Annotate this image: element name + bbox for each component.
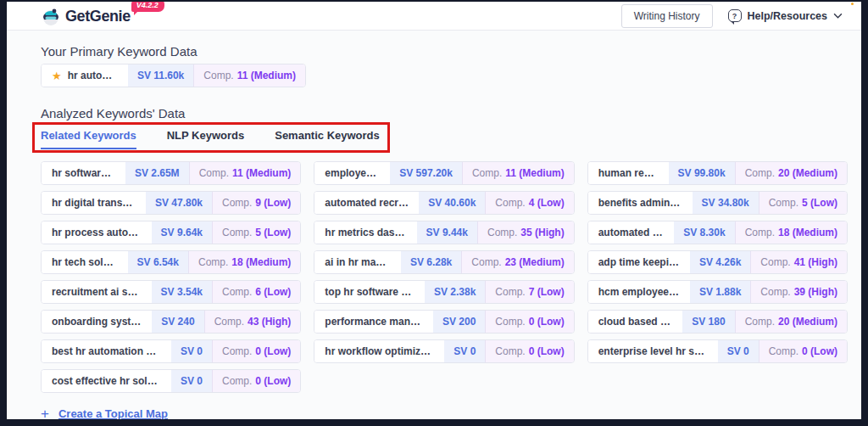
primary-keyword-comp-badge: Comp. 11 (Medium) [193, 64, 305, 87]
keyword-comp-badge: Comp. 6 (Low) [212, 281, 300, 303]
keyword-chip[interactable]: human resources software SV 99.80k Comp.… [587, 161, 848, 185]
keyword-text: top hr software companies [314, 281, 425, 303]
keyword-sv-badge: SV 0 [171, 340, 212, 362]
keyword-text: performance management software s... [314, 311, 433, 333]
keyword-text: enterprise level hr systems [588, 340, 718, 362]
keyword-comp-badge: Comp. 18 (Medium) [735, 221, 847, 244]
create-topical-map-link[interactable]: + Create a Topical Map [41, 406, 168, 419]
keyword-sv-badge: SV 2.65M [125, 162, 189, 184]
keyword-tabs-wrap: Related Keywords NLP Keywords Semantic K… [41, 124, 380, 149]
keyword-comp-badge: Comp. 0 (Low) [212, 370, 300, 392]
tab-related-keywords[interactable]: Related Keywords [41, 129, 136, 149]
main-content: Your Primary Keyword Data ★ hr automatio… [7, 44, 861, 419]
keyword-chip[interactable]: benefits administration software SV 34.8… [587, 191, 848, 215]
keyword-comp-badge: Comp. 20 (Medium) [735, 311, 847, 333]
version-badge: V4.2.2 [131, 2, 164, 12]
keyword-text: hcm employee self service [588, 281, 690, 303]
keyword-chip[interactable]: onboarding systems and software SV 240 C… [41, 310, 301, 334]
keyword-chip[interactable]: cost effective hr solutions for startups… [41, 369, 301, 393]
keyword-chip[interactable]: automated recruitment tools SV 40.60k Co… [314, 191, 574, 215]
keyword-text: automated payroll system [588, 221, 675, 244]
keyword-sv-badge: SV 0 [718, 340, 759, 362]
keyword-text: hr tech solutions [42, 251, 128, 273]
keyword-chip[interactable]: cloud based hr tools SV 180 Comp. 20 (Me… [587, 310, 848, 334]
keyword-chip[interactable]: hr process automation SV 9.64k Comp. 5 (… [41, 221, 301, 244]
keyword-comp-badge: Comp. 0 (Low) [485, 340, 573, 362]
keyword-sv-badge: SV 99.80k [669, 162, 735, 184]
keyword-sv-badge: SV 9.44k [417, 221, 477, 244]
keyword-sv-badge: SV 9.64k [152, 221, 212, 244]
keyword-comp-badge: Comp. 4 (Low) [485, 192, 573, 214]
keyword-chip[interactable]: performance management software s... SV … [314, 310, 574, 334]
keyword-chip[interactable]: ai in hr management SV 6.28k Comp. 23 (M… [314, 250, 574, 274]
keyword-text: automated recruitment tools [314, 192, 419, 214]
keyword-comp-badge: Comp. 23 (Medium) [461, 251, 573, 273]
keyword-sv-badge: SV 8.30k [674, 221, 734, 244]
getgenie-mascot-icon [41, 6, 61, 26]
keyword-comp-badge: Comp. 0 (Low) [212, 340, 300, 362]
keyword-sv-badge: SV 200 [433, 311, 485, 333]
keyword-text: recruitment ai software [42, 281, 152, 303]
top-bar: GetGenie V4.2.2 Writing History ? Help/R… [7, 2, 861, 31]
keyword-text: ai in hr management [314, 251, 401, 273]
keyword-comp-badge: Comp. 18 (Medium) [188, 251, 300, 273]
keyword-text: cloud based hr tools [588, 311, 683, 333]
keyword-text: hr software small business [42, 162, 125, 184]
chevron-down-icon [833, 13, 843, 19]
brand-dot [851, 3, 854, 5]
keyword-chip[interactable]: hr workflow optimization SV 0 Comp. 0 (L… [314, 339, 574, 363]
help-resources-menu[interactable]: ? Help/Resources [728, 9, 843, 22]
keyword-chip[interactable]: enterprise level hr systems SV 0 Comp. 0… [587, 339, 848, 363]
keyword-sv-badge: SV 47.80k [146, 192, 212, 214]
keyword-sv-badge: SV 6.54k [128, 251, 188, 273]
writing-history-button[interactable]: Writing History [621, 4, 713, 28]
keyword-chip[interactable]: automated payroll system SV 8.30k Comp. … [587, 221, 848, 244]
keyword-text: benefits administration software [588, 192, 693, 214]
tab-nlp-keywords[interactable]: NLP Keywords [167, 129, 245, 149]
keyword-chip[interactable]: hr tech solutions SV 6.54k Comp. 18 (Med… [41, 250, 301, 274]
keyword-text: cost effective hr solutions for startups [42, 370, 171, 392]
keyword-sv-badge: SV 6.28k [401, 251, 461, 273]
keyword-sv-badge: SV 2.38k [425, 281, 485, 303]
keyword-chip[interactable]: employee management softw... SV 597.20k … [314, 161, 574, 185]
brand-wordmark: GetGenie [65, 8, 131, 24]
keyword-sv-badge: SV 0 [444, 340, 485, 362]
keyword-chip[interactable]: recruitment ai software SV 3.54k Comp. 6… [41, 280, 301, 304]
keyword-text: hr process automation [42, 221, 152, 244]
keyword-chip[interactable]: hcm employee self service SV 1.88k Comp.… [587, 280, 848, 304]
create-topical-map-label: Create a Topical Map [58, 407, 168, 419]
keyword-chip[interactable]: top hr software companies SV 2.38k Comp.… [314, 280, 574, 304]
keyword-chip[interactable]: hr metrics dashboard SV 9.44k Comp. 35 (… [314, 221, 574, 244]
analyzed-keywords-section-title: Analyzed Keywords' Data [41, 106, 848, 121]
keyword-comp-badge: Comp. 43 (High) [204, 311, 301, 333]
keyword-sv-badge: SV 240 [152, 311, 203, 333]
keyword-comp-badge: Comp. 39 (High) [750, 281, 847, 303]
keyword-chip[interactable]: adp time keeping SV 4.26k Comp. 41 (High… [587, 250, 848, 274]
plus-icon: + [41, 406, 49, 419]
tab-semantic-keywords[interactable]: Semantic Keywords [275, 129, 380, 149]
keyword-comp-badge: Comp. 41 (High) [750, 251, 847, 273]
primary-keyword-text: ★ hr automation tools [42, 64, 128, 87]
keyword-sv-badge: SV 597.20k [390, 162, 462, 184]
keyword-sv-badge: SV 180 [682, 311, 734, 333]
keyword-text: best hr automation platforms [42, 340, 171, 362]
keyword-comp-badge: Comp. 5 (Low) [212, 221, 300, 244]
keyword-sv-badge: SV 40.60k [419, 192, 485, 214]
primary-keyword-sv-badge: SV 11.60k [128, 64, 193, 87]
keyword-text: employee management softw... [314, 162, 390, 184]
keyword-text: adp time keeping [588, 251, 690, 273]
keyword-chip[interactable]: best hr automation platforms SV 0 Comp. … [41, 339, 301, 363]
keyword-sv-badge: SV 3.54k [152, 281, 212, 303]
keyword-tabs: Related Keywords NLP Keywords Semantic K… [41, 124, 380, 149]
keyword-chip[interactable]: hr software small business SV 2.65M Comp… [41, 161, 301, 185]
primary-keyword-chip[interactable]: ★ hr automation tools SV 11.60k Comp. 11… [41, 64, 306, 87]
keyword-comp-badge: Comp. 11 (Medium) [462, 162, 574, 184]
keyword-comp-badge: Comp. 11 (Medium) [189, 162, 301, 184]
keyword-comp-badge: Comp. 35 (High) [477, 221, 574, 244]
keyword-sv-badge: SV 1.88k [690, 281, 750, 303]
keyword-comp-badge: Comp. 0 (Low) [485, 311, 573, 333]
keyword-chip[interactable]: hr digital transformation SV 47.80k Comp… [41, 191, 301, 215]
keyword-comp-badge: Comp. 20 (Medium) [735, 162, 847, 184]
keyword-comp-badge: Comp. 5 (Low) [759, 192, 847, 214]
help-question-icon: ? [728, 9, 742, 22]
